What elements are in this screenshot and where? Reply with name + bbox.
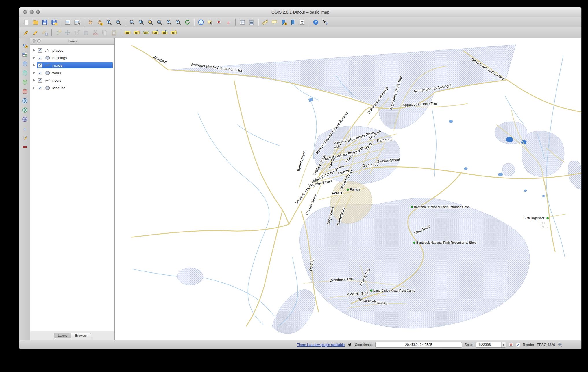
panel-tab-browser[interactable]: Browser: [71, 333, 91, 338]
rotate-label-button[interactable]: abc: [160, 28, 169, 37]
map-canvas[interactable]: KruispadWolfkloof Hut to Glenstroom HutG…: [115, 38, 581, 340]
render-checkbox[interactable]: ✓: [516, 343, 520, 347]
layer-visibility-checkbox[interactable]: ✓: [38, 71, 42, 75]
combo-arrows-icon[interactable]: ▴▾: [501, 342, 506, 347]
map-road-label: Akasia: [332, 191, 343, 196]
composer-manager-button[interactable]: [73, 18, 81, 27]
cut-features-button[interactable]: [91, 28, 100, 37]
add-delimited-text-layer-button[interactable]: ,: [21, 124, 29, 133]
minimize-window-button[interactable]: [30, 10, 34, 14]
open-project-button[interactable]: [31, 18, 40, 27]
main-area: V, × Layers ✓places✓buildings✓roads✓wate…: [19, 38, 581, 340]
add-spatialite-layer-button[interactable]: [21, 69, 29, 77]
layer-item-rivers[interactable]: ✓rivers: [30, 77, 114, 84]
crs-status-icon[interactable]: [558, 342, 563, 347]
select-by-expression-button[interactable]: ε: [224, 18, 233, 27]
paste-features-button[interactable]: [110, 28, 118, 37]
layer-item-places[interactable]: ✓places: [30, 46, 114, 54]
save-project-button[interactable]: [40, 18, 49, 27]
zoom-out-button[interactable]: [114, 18, 123, 27]
new-print-composer-button[interactable]: [63, 18, 72, 27]
node-tool-button[interactable]: [73, 28, 81, 37]
layer-item-landuse[interactable]: ✓landuse: [30, 84, 114, 92]
expand-arrow-icon[interactable]: [33, 64, 35, 66]
add-vector-layer-button[interactable]: V: [21, 41, 29, 50]
new-bookmark-button[interactable]: [279, 18, 288, 27]
expand-arrow-icon[interactable]: [33, 87, 35, 89]
remove-layer-button[interactable]: [21, 143, 29, 151]
deselect-features-button[interactable]: [215, 18, 224, 27]
open-attribute-table-button[interactable]: [238, 18, 247, 27]
zoom-window-button[interactable]: [36, 10, 40, 14]
add-raster-layer-button[interactable]: [21, 50, 29, 59]
new-shapefile-layer-button[interactable]: [21, 133, 29, 142]
add-mssql-layer-button[interactable]: [21, 78, 29, 87]
layer-name: water: [52, 71, 62, 75]
copy-features-button[interactable]: [100, 28, 109, 37]
layer-item-buildings[interactable]: ✓buildings: [30, 54, 114, 62]
layer-visibility-checkbox[interactable]: ✓: [38, 63, 42, 68]
scale-combo[interactable]: 1:23396 ▴▾: [476, 342, 506, 348]
stop-render-icon[interactable]: [509, 342, 513, 347]
refresh-map-button[interactable]: [183, 18, 192, 27]
panel-close-button[interactable]: ×: [32, 39, 36, 43]
label-options-button[interactable]: abc: [123, 28, 132, 37]
layer-geometry-icon: [44, 48, 51, 53]
save-layer-edits-button[interactable]: [40, 28, 49, 37]
plugin-available-link[interactable]: There is a new plugin available: [297, 343, 345, 347]
svg-text:abc: abc: [144, 31, 148, 34]
new-project-button[interactable]: [22, 18, 31, 27]
map-tips-button[interactable]: [270, 18, 279, 27]
change-label-button[interactable]: abc: [169, 28, 178, 37]
delete-selected-button[interactable]: [82, 28, 90, 37]
toggle-editing-button[interactable]: [31, 28, 40, 37]
help-button[interactable]: ?: [311, 18, 320, 27]
map-view[interactable]: KruispadWolfkloof Hut to Glenstroom HutG…: [115, 38, 581, 340]
pan-map-button[interactable]: [86, 18, 95, 27]
show-bookmarks-button[interactable]: [289, 18, 297, 27]
zoom-next-button[interactable]: [174, 18, 182, 27]
add-oracle-layer-button[interactable]: [21, 87, 29, 96]
save-project-as-button[interactable]: [50, 18, 58, 27]
current-edits-button[interactable]: [22, 28, 31, 37]
zoom-native-button[interactable]: 1:1: [127, 18, 136, 27]
label-highlight-button[interactable]: abc: [142, 28, 150, 37]
expand-arrow-icon[interactable]: [33, 57, 35, 59]
measure-line-button[interactable]: [261, 18, 269, 27]
expand-arrow-icon[interactable]: [33, 72, 35, 74]
layer-item-water[interactable]: ✓water: [30, 69, 114, 77]
zoom-last-button[interactable]: [164, 18, 173, 27]
expand-arrow-icon[interactable]: [33, 49, 35, 51]
text-annotation-button[interactable]: T: [298, 18, 306, 27]
add-wfs-layer-button[interactable]: [21, 115, 29, 124]
label-options-icon: abc: [124, 29, 131, 36]
move-feature-button[interactable]: [63, 28, 72, 37]
add-postgis-layer-button[interactable]: [21, 59, 29, 68]
layer-visibility-checkbox[interactable]: ✓: [38, 86, 42, 90]
add-wms-layer-button[interactable]: [21, 96, 29, 105]
coordinate-input[interactable]: [375, 342, 462, 348]
layer-visibility-checkbox[interactable]: ✓: [38, 56, 42, 60]
label-pin-button[interactable]: abc: [132, 28, 141, 37]
zoom-in-button[interactable]: [105, 18, 113, 27]
identify-features-button[interactable]: i: [197, 18, 205, 27]
move-label-button[interactable]: abc: [151, 28, 160, 37]
close-window-button[interactable]: [23, 10, 27, 14]
add-wcs-layer-button[interactable]: [21, 106, 29, 114]
panel-tab-layers[interactable]: Layers: [54, 333, 71, 338]
panel-float-button[interactable]: [37, 39, 41, 43]
layer-visibility-checkbox[interactable]: ✓: [38, 78, 42, 83]
zoom-to-selection-button[interactable]: [146, 18, 155, 27]
field-calculator-button[interactable]: [247, 18, 256, 27]
pan-to-selection-button[interactable]: [95, 18, 104, 27]
zoom-to-layer-button[interactable]: [155, 18, 164, 27]
expand-arrow-icon[interactable]: [33, 79, 35, 81]
layer-item-roads[interactable]: ✓roads: [30, 62, 114, 69]
layer-name: rivers: [52, 78, 62, 83]
add-feature-button[interactable]: [54, 28, 63, 37]
layer-visibility-checkbox[interactable]: ✓: [38, 48, 42, 53]
select-features-button[interactable]: [206, 18, 215, 27]
zoom-full-button[interactable]: [137, 18, 145, 27]
whats-this-button[interactable]: ?: [321, 18, 329, 27]
add-spatialite-layer-icon: [21, 70, 28, 77]
